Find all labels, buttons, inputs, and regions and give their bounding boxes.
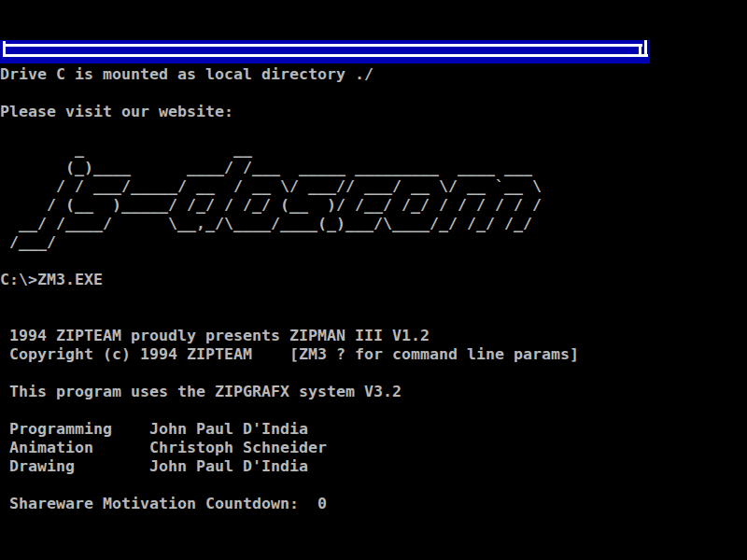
dos-screen[interactable]: Drive C is mounted as local directory ./… <box>0 0 747 560</box>
credit-drawing: Drawing John Paul D'India <box>0 457 308 476</box>
dialog-border-right-inner-vertical <box>639 44 641 57</box>
copyright-line: Copyright (c) 1994 ZIPTEAM [ZM3 ? for co… <box>0 345 579 364</box>
mount-message: Drive C is mounted as local directory ./ <box>0 65 374 84</box>
dialog-border-outer-horizontal <box>3 54 648 57</box>
engine-line: This program uses the ZIPGRAFX system V3… <box>0 383 402 401</box>
presents-line: 1994 ZIPTEAM proudly presents ZIPMAN III… <box>0 327 430 345</box>
dialog-border-right-outer-vertical <box>644 40 647 57</box>
dialog-border-inner-horizontal <box>3 44 642 47</box>
credit-animation: Animation Christoph Schneider <box>0 439 327 457</box>
credit-programming: Programming John Paul D'India <box>0 420 308 439</box>
jsdos-ascii-logo: _ __ (_)____ ____/ /___ _____ _________ … <box>0 140 542 252</box>
countdown-line: Shareware Motivation Countdown: 0 <box>0 495 327 513</box>
command-prompt: C:\>ZM3.EXE <box>0 271 103 289</box>
website-message: Please visit our website: <box>0 103 233 121</box>
